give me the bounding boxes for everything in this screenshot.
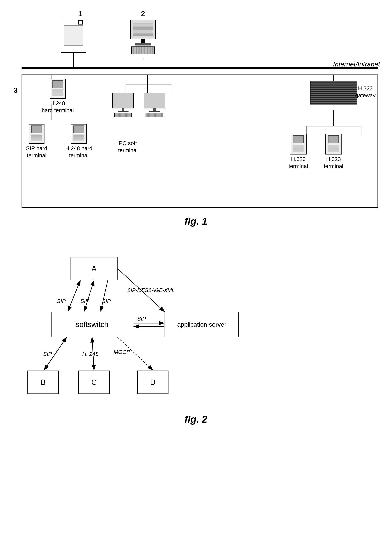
h323-terminals: H.323terminal H.323terminal: [289, 134, 343, 170]
pc-device: [127, 20, 159, 59]
pc-soft-terminals: [112, 93, 165, 117]
svg-line-14: [68, 280, 80, 311]
internet-intranet-label: Internet/Intranet: [333, 60, 380, 68]
box-softswitch: softswitch: [51, 312, 133, 337]
phone-icon-h323-left: [290, 134, 307, 154]
label-2: 2: [141, 10, 145, 18]
pc-keyboard-soft-1: [114, 113, 132, 117]
h323-gateway-label: H.323gateway: [355, 85, 376, 99]
pc-stand: [141, 39, 145, 43]
svg-line-18: [101, 280, 108, 311]
pc-keyboard-soft-2: [145, 113, 163, 117]
proto-sip-b: SIP: [43, 351, 52, 357]
h248-hard-terminal-top: H.248hard terminal: [42, 79, 74, 114]
internet-line: [22, 67, 378, 69]
fig2-caption: fig. 2: [185, 414, 207, 425]
h323-terminal-left: H.323terminal: [289, 134, 308, 170]
pc-soft-terminal-label: PC softterminal: [118, 140, 138, 154]
proto-sip-left: SIP: [57, 298, 66, 304]
h248-hard-terminal-bottom-label: H.248 hardterminal: [65, 145, 93, 159]
h323-terminal-right: H.323terminal: [324, 134, 343, 170]
svg-line-17: [84, 280, 94, 311]
network-box: H.248hard terminal SIP hardterminal H.24…: [22, 75, 378, 208]
server-inner: [64, 25, 83, 46]
phone-icon-h323-right: [325, 134, 342, 154]
box-D: D: [137, 371, 168, 394]
sip-hard-terminal-label: SIP hardterminal: [26, 145, 47, 159]
pc-soft-1: [112, 93, 134, 117]
vline-pc: [143, 59, 143, 67]
svg-line-15: [68, 280, 80, 311]
phone-icon-h248-top: [50, 79, 66, 99]
box-application-server: application server: [164, 312, 239, 337]
proto-sip-horiz: SIP: [137, 316, 146, 322]
h248-hard-terminal-top-label: H.248hard terminal: [42, 100, 74, 114]
server-device: [61, 18, 86, 53]
h323-terminal-right-label: H.323terminal: [324, 156, 343, 170]
pc-stand-soft-1: [122, 108, 124, 111]
pc-monitor-inner: [133, 23, 153, 36]
pc-stand-soft-2: [153, 108, 156, 111]
svg-line-16: [84, 280, 94, 311]
box-C: C: [78, 371, 110, 394]
pc-base-soft-2: [149, 111, 160, 112]
pc-monitor: [130, 20, 156, 39]
phone-icon-sip: [29, 124, 44, 144]
proto-sip-right: SIP: [102, 298, 111, 304]
pc-base: [135, 43, 151, 46]
proto-h248: H. 248: [82, 351, 98, 357]
pc-monitor-soft-2: [144, 93, 165, 108]
pc-soft-2: [144, 93, 165, 117]
pc-base-soft-1: [118, 111, 129, 112]
pc-keyboard: [131, 47, 155, 54]
proto-mgcp: MGCP: [114, 349, 130, 355]
box-B: B: [28, 371, 59, 394]
h323-terminal-label: H.323terminal: [289, 156, 308, 170]
proto-sip-mid: SIP: [80, 298, 89, 304]
vline-server: [73, 52, 74, 67]
sip-hard-terminal: SIP hardterminal: [26, 124, 47, 159]
label-3: 3: [14, 86, 18, 95]
label-1: 1: [78, 10, 82, 18]
box-A: A: [70, 257, 117, 280]
proto-sip-message-xml: SIP-MESSAGE-XML: [127, 287, 175, 293]
h248-hard-terminal-bottom: H.248 hardterminal: [65, 124, 93, 159]
pc-monitor-soft-1: [112, 93, 134, 108]
phone-icon-h248-bottom: [71, 124, 87, 144]
h323-gateway-device: [310, 81, 357, 105]
fig1-caption: fig. 1: [185, 216, 207, 227]
